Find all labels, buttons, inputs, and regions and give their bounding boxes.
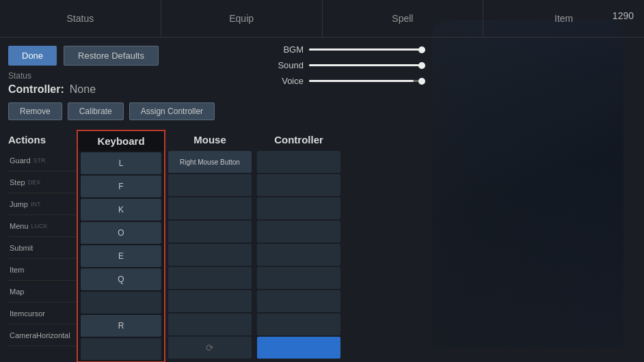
controller-value: None [70,83,96,96]
restore-defaults-button[interactable]: Restore Defaults [64,46,159,66]
mouse-column-header: Mouse [165,130,254,150]
mouse-binding-camerah[interactable]: ⟳ [168,337,252,359]
mouse-binding-menu[interactable] [168,221,252,242]
mouse-column: Mouse Right Mouse Button ⟳ [165,130,254,362]
bgm-slider[interactable] [309,48,425,51]
keyboard-binding-menu[interactable]: O [81,222,161,244]
tab-equip[interactable]: Equip [161,0,323,37]
top-navigation: Status Equip Spell Item [0,0,644,38]
controller-column-header: Controller [254,130,343,150]
mouse-binding-guard[interactable]: Right Mouse Button [168,151,252,173]
remove-button[interactable]: Remove [8,102,62,120]
keyboard-column: Keyboard L F K O E Q R [77,130,165,362]
keyboard-binding-map[interactable] [81,292,161,314]
voice-slider[interactable] [309,80,425,82]
sound-row: Sound [275,60,425,70]
main-content: Done Restore Defaults Status Controller:… [0,38,644,362]
actions-column-header: Actions [8,130,77,150]
done-button[interactable]: Done [8,46,57,66]
list-item: Menu LUCK [8,215,77,237]
keyboard-binding-step[interactable]: F [81,176,161,197]
assign-controller-button[interactable]: Assign Controller [129,102,215,120]
bgm-slider-thumb[interactable] [418,46,425,53]
keyboard-binding-item[interactable]: Q [81,268,161,290]
ctrl-binding-step[interactable] [257,174,340,196]
ctrl-binding-camerah[interactable] [257,337,340,359]
voice-slider-fill [309,80,414,82]
keyboard-binding-submit[interactable]: E [81,245,161,267]
voice-row: Voice [275,76,425,86]
ctrl-binding-map[interactable] [257,290,340,312]
mouse-binding-submit[interactable] [168,244,252,266]
sound-slider-fill [309,64,420,66]
sound-slider[interactable] [309,64,425,66]
list-item: Map [8,281,77,303]
ctrl-binding-submit[interactable] [257,244,340,266]
ctrl-binding-menu[interactable] [257,221,340,242]
keyboard-binding-jump[interactable]: K [81,199,161,221]
controller-action-buttons: Remove Calibrate Assign Controller [8,102,327,120]
tab-status[interactable]: Status [0,0,161,37]
ctrl-binding-guard[interactable] [257,151,340,173]
keyboard-binding-camerah[interactable] [81,338,161,360]
controller-column: Controller [254,130,343,362]
bgm-row: BGM [275,44,425,55]
list-item: Submit [8,237,77,259]
mouse-scroll-icon: ⟳ [206,342,214,353]
list-item: Guard STR [8,150,77,171]
bgm-slider-fill [309,48,420,51]
tab-spell[interactable]: Spell [323,0,484,37]
list-item: CameraHorizontal [8,324,77,346]
keyboard-binding-guard[interactable]: L [81,152,161,174]
list-item: Jump INT [8,193,77,215]
ctrl-binding-item[interactable] [257,267,340,289]
sound-slider-thumb[interactable] [418,62,425,69]
mouse-binding-item[interactable] [168,267,252,289]
list-item: Item [8,259,77,281]
currency-display: 1290 [613,10,634,21]
mouse-binding-step[interactable] [168,174,252,196]
sound-label: Sound [275,60,304,70]
mouse-binding-itemcursor[interactable] [168,314,252,335]
ctrl-binding-itemcursor[interactable] [257,314,340,335]
bgm-label: BGM [275,44,304,55]
audio-panel: BGM Sound Voice [275,44,425,92]
calibrate-button[interactable]: Calibrate [68,102,124,120]
list-item: Step DEX [8,171,77,193]
voice-slider-thumb[interactable] [418,78,425,85]
voice-label: Voice [275,76,304,86]
actions-column: Actions Guard STR Step DEX Jump INT Menu… [8,130,77,362]
list-item: Itemcursor [8,303,77,324]
mouse-binding-jump[interactable] [168,197,252,219]
keyboard-binding-itemcursor[interactable]: R [81,315,161,337]
ctrl-binding-jump[interactable] [257,197,340,219]
controller-label: Controller: [8,83,64,96]
mouse-binding-map[interactable] [168,290,252,312]
binding-table: Actions Guard STR Step DEX Jump INT Menu… [8,130,327,362]
keyboard-column-header: Keyboard [78,131,164,151]
